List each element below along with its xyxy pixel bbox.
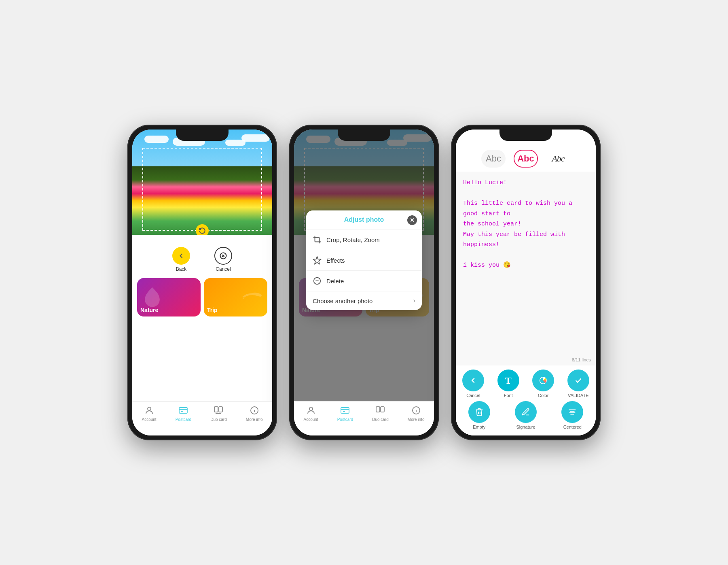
- tool-validate[interactable]: VALIDATE: [567, 370, 589, 398]
- back-label: Back: [176, 266, 187, 272]
- modal-effects[interactable]: Effects: [306, 250, 422, 271]
- font-serif-label: Abc: [517, 153, 534, 164]
- tool-validate-label: VALIDATE: [568, 393, 589, 398]
- notch-2: [338, 130, 390, 141]
- tool-empty[interactable]: Empty: [468, 401, 490, 429]
- modal-close[interactable]: ✕: [407, 215, 417, 225]
- action-buttons: Back Cancel: [132, 247, 272, 272]
- category-trip[interactable]: Trip: [204, 278, 267, 316]
- notch-3: [499, 130, 552, 141]
- nav-account-label-1: Account: [142, 417, 157, 422]
- tool-empty-label: Empty: [473, 425, 485, 429]
- effects-label: Effects: [326, 257, 415, 264]
- cancel-label: Cancel: [216, 266, 231, 272]
- modal-title: Adjust photo: [306, 210, 422, 229]
- nav-account-1[interactable]: Account: [142, 405, 157, 422]
- phone-2: Adjust photo ✕ Crop, Rotate, Zoom Effect…: [289, 125, 439, 440]
- nav-duo-1[interactable]: Duo card: [210, 405, 227, 422]
- nature-label: Nature: [140, 307, 158, 313]
- trip-label: Trip: [207, 307, 218, 313]
- delete-label: Delete: [326, 278, 415, 285]
- photo-border: [142, 148, 262, 231]
- choose-label: Choose another photo: [313, 297, 408, 304]
- nav-info-label-1: More info: [246, 417, 263, 422]
- nav-duo-label-2: Duo card: [372, 417, 389, 422]
- nav-postcard-label-2: Postcard: [337, 417, 353, 422]
- svg-rect-11: [381, 407, 384, 412]
- font-script-label: Abc: [552, 153, 564, 164]
- nav-info-label-2: More info: [408, 417, 425, 422]
- nav-account-2[interactable]: Account: [304, 405, 318, 422]
- tool-cancel-label: Cancel: [466, 393, 480, 398]
- text-editor: Abc Abc Abc Hello Lucie! This little car…: [456, 130, 596, 435]
- nav-postcard-2[interactable]: Postcard: [337, 405, 353, 422]
- toolbar-row-1: Cancel T Font: [456, 365, 596, 401]
- nav-postcard-label-1: Postcard: [176, 417, 191, 422]
- tool-signature-label: Signature: [516, 425, 535, 429]
- svg-rect-3: [214, 407, 218, 412]
- nav-postcard-1[interactable]: Postcard: [176, 405, 191, 422]
- font-plain[interactable]: Abc: [481, 150, 506, 168]
- tool-centered-label: Centered: [563, 425, 582, 429]
- svg-rect-9: [341, 408, 349, 413]
- svg-rect-4: [219, 407, 222, 412]
- tool-font[interactable]: T Font: [497, 370, 519, 398]
- bottom-nav-2: Account Postcard: [294, 401, 434, 435]
- category-nature[interactable]: Nature: [137, 278, 201, 316]
- nav-account-label-2: Account: [304, 417, 318, 422]
- svg-point-8: [309, 407, 313, 410]
- nav-info-1[interactable]: More info: [246, 405, 263, 422]
- modal-crop[interactable]: Crop, Rotate, Zoom: [306, 229, 422, 250]
- adjust-modal: Adjust photo ✕ Crop, Rotate, Zoom Effect…: [306, 210, 422, 310]
- cancel-btn[interactable]: Cancel: [214, 247, 232, 272]
- crop-label: Crop, Rotate, Zoom: [326, 236, 415, 243]
- svg-point-1: [148, 407, 151, 410]
- back-btn[interactable]: Back: [172, 247, 190, 272]
- nav-info-2[interactable]: More info: [408, 405, 425, 422]
- tool-color[interactable]: Color: [532, 370, 554, 398]
- tool-centered[interactable]: Centered: [561, 401, 583, 429]
- phone-3: Abc Abc Abc Hello Lucie! This little car…: [451, 125, 601, 440]
- toolbar-row-2: Empty Signature: [456, 401, 596, 435]
- svg-rect-2: [179, 408, 187, 413]
- modal-choose[interactable]: Choose another photo ›: [306, 291, 422, 310]
- nav-duo-2[interactable]: Duo card: [372, 405, 389, 422]
- tool-signature[interactable]: Signature: [515, 401, 537, 429]
- tool-color-label: Color: [538, 393, 548, 398]
- text-content-area[interactable]: Hello Lucie! This little card to wish yo…: [456, 172, 596, 365]
- font-script[interactable]: Abc: [546, 150, 570, 168]
- font-serif[interactable]: Abc: [514, 150, 538, 168]
- category-row: Nature Trip: [132, 278, 272, 316]
- rotate-handle[interactable]: [196, 224, 209, 235]
- modal-delete[interactable]: Delete: [306, 271, 422, 291]
- svg-rect-10: [376, 407, 380, 412]
- handwriting-text: Hello Lucie! This little card to wish yo…: [463, 178, 588, 271]
- line-count: 8/11 lines: [572, 357, 591, 362]
- bottom-nav-1: Account Postcard: [132, 401, 272, 435]
- phone-1: Back Cancel: [127, 125, 277, 440]
- photo-area-1[interactable]: [132, 130, 272, 235]
- notch-1: [176, 130, 229, 141]
- font-plain-label: Abc: [486, 153, 501, 164]
- arrow-icon: ›: [413, 297, 415, 304]
- tool-font-label: Font: [504, 393, 513, 398]
- tool-cancel[interactable]: Cancel: [462, 370, 484, 398]
- nav-duo-label-1: Duo card: [210, 417, 227, 422]
